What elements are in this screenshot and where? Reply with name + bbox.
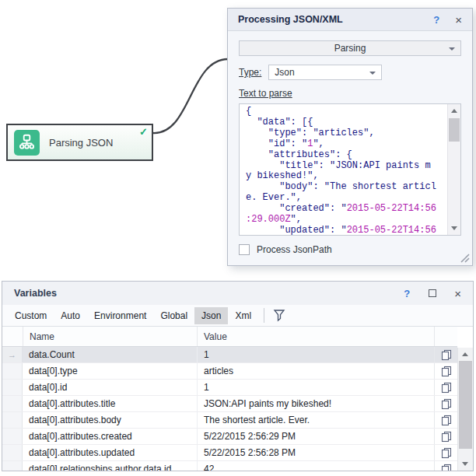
tab-custom[interactable]: Custom [8, 307, 54, 324]
dialog-titlebar[interactable]: Processing JSON/XML ? × [228, 9, 472, 31]
variables-tabs: CustomAutoEnvironmentGlobalJsonXml [2, 305, 473, 326]
copy-button[interactable] [434, 347, 457, 362]
process-jsonpath-label: Process JsonPath [257, 244, 332, 255]
dialog-body: Parsing Type: Json Text to parse { "data… [228, 31, 472, 265]
copy-column-header [434, 327, 457, 346]
scroll-down-icon[interactable] [462, 462, 468, 466]
variable-value: 42 [197, 461, 434, 471]
sitemap-icon [14, 130, 40, 156]
table-row[interactable]: data[0].relationships.author.data.id 42 [2, 461, 457, 471]
copy-button[interactable] [434, 396, 457, 411]
help-icon[interactable]: ? [404, 288, 410, 299]
tab-separator [264, 308, 264, 323]
variables-grid: Name Value → data.Count 1 data[0].type a… [2, 326, 473, 471]
table-row[interactable]: data[0].attributes.updated 5/22/2015 2:5… [2, 445, 457, 461]
tab-environment[interactable]: Environment [87, 307, 153, 324]
variables-title: Variables [14, 288, 404, 299]
mode-dropdown-value: Parsing [334, 43, 366, 54]
mode-dropdown[interactable]: Parsing [239, 40, 461, 56]
variable-name: data[0].attributes.title [23, 398, 197, 409]
variable-value: 5/22/2015 2:56:29 PM [197, 429, 434, 444]
variable-name: data[0].attributes.updated [23, 447, 197, 458]
tab-global[interactable]: Global [153, 307, 194, 324]
row-indicator: → [2, 347, 23, 362]
variable-name: data[0].relationships.author.data.id [23, 464, 197, 471]
variable-name: data[0].attributes.body [23, 415, 197, 425]
variable-name: data[0].type [23, 366, 197, 376]
table-row[interactable]: data[0].type articles [2, 363, 457, 380]
scrollbar-thumb[interactable] [459, 361, 472, 449]
name-column-header[interactable]: Name [23, 327, 197, 346]
copy-button[interactable] [434, 363, 457, 379]
type-label: Type: [239, 67, 261, 78]
table-row[interactable]: data[0].attributes.title JSON:API paints… [2, 396, 457, 412]
gutter-header [2, 327, 23, 346]
type-dropdown-value: Json [275, 67, 294, 78]
copy-button[interactable] [434, 445, 457, 460]
variable-name: data[0].id [23, 382, 197, 393]
chevron-down-icon [369, 72, 376, 75]
row-indicator [2, 461, 23, 471]
grid-rows: → data.Count 1 data[0].type articles [2, 347, 473, 471]
variable-value: articles [197, 363, 434, 379]
row-indicator [2, 380, 23, 395]
copy-button[interactable] [434, 461, 457, 471]
copy-button[interactable] [434, 429, 457, 444]
row-indicator [2, 363, 23, 379]
variable-value: 1 [197, 347, 434, 362]
scroll-down-icon[interactable] [451, 226, 457, 230]
table-row[interactable]: data[0].id 1 [2, 380, 457, 396]
node-label: Parsing JSON [49, 137, 113, 149]
filter-icon[interactable] [273, 309, 285, 322]
tab-xml[interactable]: Xml [228, 307, 258, 324]
table-row[interactable]: data[0].attributes.body The shortest art… [2, 412, 457, 429]
json-code-text: { "data": [{ "type": "articles", "id": "… [240, 104, 460, 236]
tab-auto[interactable]: Auto [54, 307, 87, 324]
row-indicator [2, 396, 23, 411]
variable-value: JSON:API paints my bikeshed! [197, 396, 434, 411]
variables-window: Variables ? × CustomAutoEnvironmentGloba… [2, 281, 474, 471]
variables-titlebar[interactable]: Variables ? × [2, 282, 473, 305]
workflow-node-parsing-json[interactable]: Parsing JSON ✓ [6, 124, 153, 161]
grid-scrollbar[interactable] [457, 348, 473, 471]
row-indicator [2, 412, 23, 428]
chevron-down-icon [449, 47, 455, 51]
variable-name: data[0].attributes.created [23, 431, 197, 442]
scroll-up-icon[interactable] [462, 352, 468, 356]
text-to-parse-label: Text to parse [239, 88, 292, 99]
variable-value: 1 [197, 380, 434, 395]
variable-value: The shortest article. Ever. [197, 412, 434, 428]
copy-button[interactable] [434, 380, 457, 395]
maximize-icon[interactable] [429, 289, 436, 297]
grid-header-row: Name Value [2, 327, 457, 347]
variable-name: data.Count [23, 349, 197, 360]
process-jsonpath-checkbox[interactable] [239, 244, 250, 255]
type-dropdown[interactable]: Json [268, 65, 382, 80]
tab-json[interactable]: Json [194, 307, 228, 324]
table-row[interactable]: → data.Count 1 [2, 347, 457, 363]
copy-button[interactable] [434, 412, 457, 428]
table-row[interactable]: data[0].attributes.created 5/22/2015 2:5… [2, 429, 457, 445]
close-icon[interactable]: × [454, 288, 461, 299]
close-icon[interactable]: × [455, 14, 462, 26]
help-icon[interactable]: ? [433, 14, 439, 26]
scroll-up-icon[interactable] [451, 109, 457, 113]
editor-scrollbar[interactable] [447, 104, 460, 235]
resize-grip[interactable] [460, 253, 470, 263]
text-to-parse-editor[interactable]: { "data": [{ "type": "articles", "id": "… [239, 103, 461, 236]
scrollbar-thumb[interactable] [449, 118, 460, 142]
variable-value: 5/22/2015 2:56:28 PM [197, 445, 434, 460]
row-indicator [2, 445, 23, 460]
value-column-header[interactable]: Value [197, 327, 434, 346]
dialog-title: Processing JSON/XML [238, 14, 433, 25]
processing-json-xml-dialog: Processing JSON/XML ? × Parsing Type: Js… [227, 8, 473, 266]
row-indicator [2, 429, 23, 444]
success-check-icon: ✓ [139, 126, 148, 138]
